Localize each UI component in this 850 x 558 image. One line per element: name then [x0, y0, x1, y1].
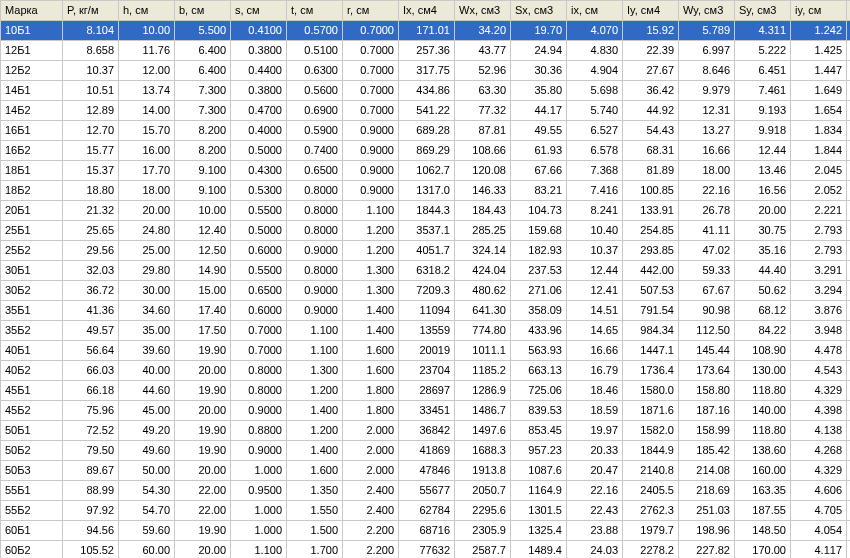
table-row[interactable]: 16Б215.7716.008.2000.50000.74000.9000869…	[1, 141, 851, 161]
table-cell: 16.79	[567, 361, 623, 381]
table-row[interactable]: 50Б279.5049.6019.900.90001.4002.00041869…	[1, 441, 851, 461]
table-cell: 0.5900	[287, 121, 343, 141]
table-cell: 6.400	[175, 61, 231, 81]
table-row[interactable]: 16Б112.7015.708.2000.40000.59000.9000689…	[1, 121, 851, 141]
table-row[interactable]: 40Б156.6439.6019.900.70001.1001.60020019…	[1, 341, 851, 361]
column-header[interactable]: s, см	[231, 1, 287, 21]
table-cell: 182.93	[511, 241, 567, 261]
table-row[interactable]: 45Б166.1844.6019.900.80001.2001.80028697…	[1, 381, 851, 401]
table-row[interactable]: 55Б188.9954.3022.000.95001.3502.40055677…	[1, 481, 851, 501]
table-cell: 1.654	[791, 101, 847, 121]
table-cell: 984.34	[623, 321, 679, 341]
table-row[interactable]: 25Б229.5625.0012.500.60000.90001.2004051…	[1, 241, 851, 261]
table-row[interactable]: 20Б121.3220.0010.000.55000.80001.1001844…	[1, 201, 851, 221]
table-cell: 83.21	[511, 181, 567, 201]
table-cell: 9.918	[735, 121, 791, 141]
table-cell: 5.789	[679, 21, 735, 41]
column-header[interactable]: It, см4	[847, 1, 851, 21]
table-cell: 16.00	[119, 141, 175, 161]
table-row[interactable]: 10Б18.10410.005.5000.41000.57000.7000171…	[1, 21, 851, 41]
table-cell: 2.793	[791, 221, 847, 241]
table-cell: 22.16	[679, 181, 735, 201]
table-cell: 0.7000	[231, 341, 287, 361]
table-row[interactable]: 14Б110.5113.747.3000.38000.56000.7000434…	[1, 81, 851, 101]
table-cell: 0.9000	[231, 441, 287, 461]
table-row[interactable]: 30Б236.7230.0015.000.65000.90001.3007209…	[1, 281, 851, 301]
table-cell: 10.37	[63, 61, 119, 81]
table-cell: 4.329	[791, 381, 847, 401]
table-cell: 52.96	[455, 61, 511, 81]
column-header[interactable]: iy, см	[791, 1, 847, 21]
column-header[interactable]: b, см	[175, 1, 231, 21]
table-cell: 0.5300	[231, 181, 287, 201]
column-header[interactable]: Iy, см4	[623, 1, 679, 21]
table-row[interactable]: 12Б210.3712.006.4000.44000.63000.7000317…	[1, 61, 851, 81]
table-cell: 77.32	[455, 101, 511, 121]
table-cell: 774.80	[455, 321, 511, 341]
table-cell: 3537.1	[399, 221, 455, 241]
column-header[interactable]: Ix, см4	[399, 1, 455, 21]
table-cell: 6.451	[735, 61, 791, 81]
table-cell: 0.4100	[231, 21, 287, 41]
table-cell: 133.91	[623, 201, 679, 221]
table-cell: 641.30	[455, 301, 511, 321]
table-cell: 43.77	[455, 41, 511, 61]
table-cell: 187.55	[735, 501, 791, 521]
table-cell: 541.22	[399, 101, 455, 121]
table-cell: 23.88	[567, 521, 623, 541]
table-cell: 18.00	[679, 161, 735, 181]
table-cell: 55Б1	[1, 481, 63, 501]
table-cell: 2405.5	[623, 481, 679, 501]
table-cell: 91.28	[847, 461, 851, 481]
table-cell: 54.43	[623, 121, 679, 141]
column-header[interactable]: Wy, см3	[679, 1, 735, 21]
table-cell: 185.42	[679, 441, 735, 461]
table-row[interactable]: 18Б218.8018.009.1000.53000.80000.9000131…	[1, 181, 851, 201]
table-cell: 2.045	[791, 161, 847, 181]
column-header[interactable]: P, кг/м	[63, 1, 119, 21]
column-header[interactable]: ix, см	[567, 1, 623, 21]
table-row[interactable]: 18Б115.3717.709.1000.43000.65000.9000106…	[1, 161, 851, 181]
table-cell: 104.73	[511, 201, 567, 221]
column-header[interactable]: Sy, см3	[735, 1, 791, 21]
column-header[interactable]: h, см	[119, 1, 175, 21]
table-cell: 198.96	[679, 521, 735, 541]
table-row[interactable]: 30Б132.0329.8014.900.55000.80001.3006318…	[1, 261, 851, 281]
table-row[interactable]: 35Б249.5735.0017.500.70001.1001.40013559…	[1, 321, 851, 341]
table-cell: 0.9000	[287, 241, 343, 261]
table-cell: 19.70	[511, 21, 567, 41]
table-cell: 94.56	[63, 521, 119, 541]
table-row[interactable]: 12Б18.65811.766.4000.38000.51000.7000257…	[1, 41, 851, 61]
table-cell: 50Б2	[1, 441, 63, 461]
table-cell: 10.00	[175, 201, 231, 221]
column-header[interactable]: Wx, см3	[455, 1, 511, 21]
table-cell: 63.30	[455, 81, 511, 101]
column-header[interactable]: Sx, см3	[511, 1, 567, 21]
table-cell: 20Б1	[1, 201, 63, 221]
column-header[interactable]: Марка	[1, 1, 63, 21]
table-cell: 36.42	[623, 81, 679, 101]
table-cell: 0.7000	[231, 321, 287, 341]
beam-profiles-table[interactable]: МаркаP, кг/мh, смb, смs, смt, смr, смIx,…	[0, 0, 850, 558]
table-row[interactable]: 14Б212.8914.007.3000.47000.69000.7000541…	[1, 101, 851, 121]
table-cell: 15.70	[119, 121, 175, 141]
table-row[interactable]: 60Б194.5659.6019.901.0001.5002.200687162…	[1, 521, 851, 541]
table-row[interactable]: 50Б389.6750.0020.001.0001.6002.000478461…	[1, 461, 851, 481]
table-row[interactable]: 50Б172.5249.2019.900.88001.2002.00036842…	[1, 421, 851, 441]
table-cell: 251.03	[679, 501, 735, 521]
column-header[interactable]: r, см	[343, 1, 399, 21]
table-cell: 7.300	[175, 81, 231, 101]
table-row[interactable]: 60Б2105.5260.0020.001.1001.7002.20077632…	[1, 541, 851, 559]
column-header[interactable]: t, см	[287, 1, 343, 21]
table-row[interactable]: 40Б266.0340.0020.000.80001.3001.60023704…	[1, 361, 851, 381]
table-row[interactable]: 55Б297.9254.7022.001.0001.5502.400627842…	[1, 501, 851, 521]
table-cell: 100.85	[623, 181, 679, 201]
table-cell: 0.5500	[231, 261, 287, 281]
table-cell: 1.600	[343, 341, 399, 361]
table-row[interactable]: 45Б275.9645.0020.000.90001.4001.80033451…	[1, 401, 851, 421]
table-cell: 16Б2	[1, 141, 63, 161]
table-cell: 0.9000	[231, 401, 287, 421]
table-row[interactable]: 25Б125.6524.8012.400.50000.80001.2003537…	[1, 221, 851, 241]
table-cell: 22.16	[567, 481, 623, 501]
table-row[interactable]: 35Б141.3634.6017.400.60000.90001.4001109…	[1, 301, 851, 321]
